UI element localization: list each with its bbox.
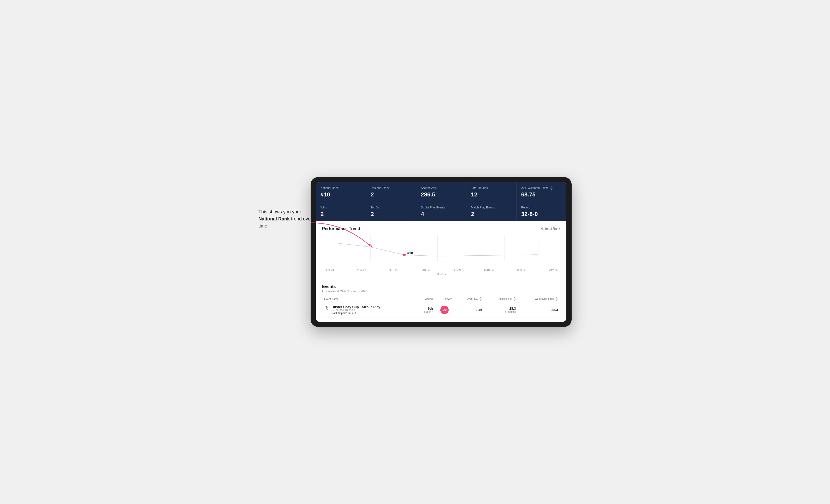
table-header-row: Event Name Position Score Event SG i Tot…: [322, 296, 560, 302]
page-wrapper: This shows you your National Rank trend …: [258, 177, 572, 327]
col-weighted-points: Weighted Points i: [518, 296, 560, 302]
col-score: Score: [435, 296, 454, 302]
x-label-mar24: MAR 24: [484, 269, 493, 272]
total-rounds-value: 3 Rounds: [486, 310, 516, 313]
x-label-apr24: APR 24: [516, 269, 525, 272]
stat-avg-weighted-value: 68.75: [521, 191, 562, 198]
stat-national-rank-label: National Rank: [321, 186, 361, 190]
stat-stroke-play-label: Stroke Play Events: [421, 206, 461, 209]
col-event-sg: Event SG i: [454, 296, 484, 302]
stat-match-play-events: Match Play Events 2: [467, 202, 516, 221]
stat-total-rounds-value: 12: [471, 191, 512, 198]
stat-stroke-play-events: Stroke Play Events 4: [416, 202, 466, 221]
stat-national-rank: National Rank #10: [316, 182, 366, 202]
tooltip-annotation: This shows you your National Rank trend …: [258, 208, 316, 230]
x-label-nov23: NOV 23: [357, 269, 366, 272]
stats-grid: National Rank #10 Regional Rank 2 Scorin…: [316, 182, 566, 222]
x-label-oct23: OCT 23: [325, 269, 334, 272]
rank-impact: Rank Impact: 24 ▼ 3: [331, 312, 380, 314]
col-total-points: Total Points i: [484, 296, 518, 302]
performance-title: Performance Trend: [322, 227, 360, 231]
stat-scoring-avg-label: Scoring Avg.: [421, 186, 461, 190]
x-label-may24: MAY 24: [548, 269, 557, 272]
stat-top3s: Top 3s 2: [366, 202, 416, 221]
event-name: Buster Cozy Cup - Stroke Play: [331, 305, 380, 309]
events-table: Event Name Position Score Event SG i Tot…: [322, 296, 560, 317]
x-label-jan24: JAN 24: [421, 269, 429, 272]
events-title: Events: [322, 284, 560, 289]
chart-x-labels: OCT 23 NOV 23 DEC 23 JAN 24 FEB 24 MAR 2…: [322, 269, 560, 272]
performance-header: Performance Trend National Rank: [322, 227, 560, 231]
event-sg-value: 0.45: [456, 308, 482, 312]
stat-total-rounds-label: Total Rounds: [471, 186, 512, 190]
total-points: 28.3 3 Rounds: [484, 302, 518, 317]
position-value: 6th: [417, 306, 433, 310]
event-score: -22: [435, 302, 454, 317]
event-details: Buster Cozy Cup - Stroke Play Oct 9 - Oc…: [331, 305, 380, 314]
position-sub: out of 7: [417, 310, 433, 313]
stat-match-play-value: 2: [471, 211, 512, 217]
col-position: Position: [414, 296, 435, 302]
weighted-points-value: 28.3: [520, 308, 558, 312]
total-points-value: 28.3: [486, 306, 516, 310]
avg-weighted-info-icon[interactable]: i: [550, 187, 553, 190]
event-position: 6th out of 7: [414, 302, 435, 317]
event-name-container: 🏌 Buster Cozy Cup - Stroke Play Oct 9 - …: [324, 305, 412, 314]
event-name-cell: 🏌 Buster Cozy Cup - Stroke Play Oct 9 - …: [322, 302, 414, 317]
svg-point-8: [403, 254, 406, 256]
events-subtitle: Last updated: 24th November 2023: [322, 290, 560, 293]
stat-match-play-label: Match Play Events: [471, 206, 512, 209]
stat-regional-rank-value: 2: [371, 191, 411, 198]
stat-top3s-value: 2: [371, 211, 411, 217]
event-sg-info-icon[interactable]: i: [479, 297, 482, 301]
chart-container: #10: [322, 235, 560, 267]
performance-section: Performance Trend National Rank: [316, 221, 566, 280]
stat-wins-value: 2: [321, 211, 361, 217]
stat-avg-weighted-label: Avg. Weighted Points i: [521, 186, 562, 190]
tablet-frame: National Rank #10 Regional Rank 2 Scorin…: [311, 177, 572, 327]
event-sg: 0.45: [454, 302, 484, 317]
weighted-points: 28.3: [518, 302, 560, 317]
event-date: Oct 9 - Oct 10, 2023: [331, 309, 380, 312]
tablet-screen: National Rank #10 Regional Rank 2 Scorin…: [316, 182, 566, 322]
stat-wins: Wins 2: [316, 202, 366, 221]
performance-chart: #10: [322, 235, 560, 267]
events-section: Events Last updated: 24th November 2023 …: [316, 280, 566, 322]
stat-record-label: Record: [521, 206, 562, 209]
chart-x-axis-title: Months: [322, 273, 560, 276]
score-badge: -22: [440, 306, 449, 314]
x-label-dec23: DEC 23: [389, 269, 398, 272]
total-points-info-icon[interactable]: i: [513, 297, 516, 301]
stat-avg-weighted-points: Avg. Weighted Points i 68.75: [516, 182, 566, 202]
event-golf-icon: 🏌: [324, 305, 329, 310]
stat-regional-rank-label: Regional Rank: [371, 186, 411, 190]
stat-wins-label: Wins: [321, 206, 361, 209]
stat-top3s-label: Top 3s: [371, 206, 411, 209]
weighted-points-info-icon[interactable]: i: [555, 297, 558, 301]
stat-regional-rank: Regional Rank 2: [366, 182, 416, 202]
x-label-feb24: FEB 24: [453, 269, 461, 272]
col-event-name: Event Name: [322, 296, 414, 302]
performance-label: National Rank: [541, 227, 560, 231]
table-row: 🏌 Buster Cozy Cup - Stroke Play Oct 9 - …: [322, 302, 560, 317]
rank-arrow: ▼: [351, 312, 354, 314]
stat-record-value: 32-8-0: [521, 211, 562, 217]
svg-text:#10: #10: [407, 251, 413, 255]
stat-total-rounds: Total Rounds 12: [467, 182, 516, 202]
content-area: National Rank #10 Regional Rank 2 Scorin…: [316, 182, 566, 322]
stat-stroke-play-value: 4: [421, 211, 461, 217]
stat-national-rank-value: #10: [321, 191, 361, 198]
stat-scoring-avg-value: 286.5: [421, 191, 461, 198]
stat-scoring-avg: Scoring Avg. 286.5: [416, 182, 466, 202]
stat-record: Record 32-8-0: [516, 202, 566, 221]
